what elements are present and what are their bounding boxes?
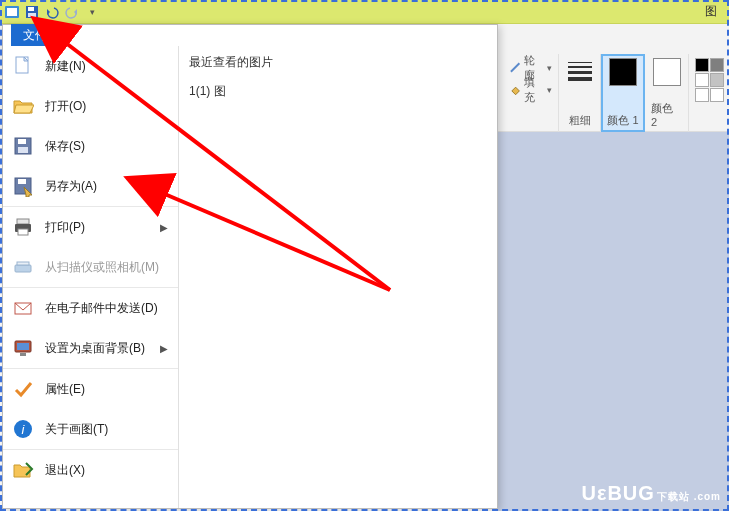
menu-wallpaper-label: 设置为桌面背景(B) <box>45 340 145 357</box>
svg-rect-13 <box>18 229 28 235</box>
menu-save[interactable]: 保存(S) <box>3 126 178 166</box>
window-title: 图 <box>705 3 725 20</box>
menu-print[interactable]: 打印(P) ▶ <box>3 207 178 247</box>
menu-open[interactable]: 打开(O) <box>3 86 178 126</box>
new-file-icon <box>11 54 35 78</box>
qat-dropdown-icon[interactable]: ▾ <box>84 4 100 20</box>
save-icon[interactable] <box>24 4 40 20</box>
svg-rect-1 <box>7 8 17 16</box>
undo-icon[interactable] <box>44 4 60 20</box>
color1-swatch <box>609 58 637 86</box>
menu-email[interactable]: 在电子邮件中发送(D) <box>3 288 178 328</box>
svg-rect-15 <box>17 262 29 265</box>
menu-save-as[interactable]: 另存为(A) ▶ <box>3 166 178 206</box>
color-palette[interactable] <box>695 58 724 102</box>
menu-open-label: 打开(O) <box>45 98 86 115</box>
menu-save-as-label: 另存为(A) <box>45 178 97 195</box>
recent-heading: 最近查看的图片 <box>189 54 487 71</box>
menu-properties[interactable]: 属性(E) <box>3 369 178 409</box>
menu-save-label: 保存(S) <box>45 138 85 155</box>
printer-icon <box>11 215 35 239</box>
ribbon-palette <box>689 54 729 132</box>
ribbon-groups: 轮廓 ▾ 填充 ▾ 粗细 颜色 1 <box>503 24 729 132</box>
open-folder-icon <box>11 94 35 118</box>
svg-rect-3 <box>28 7 34 11</box>
ribbon-color1[interactable]: 颜色 1 <box>601 54 645 132</box>
watermark: UεBUG 下载站 .com <box>581 482 721 505</box>
recent-file-item[interactable]: 1(1) 图 <box>189 79 487 104</box>
thickness-label: 粗细 <box>569 113 591 128</box>
menu-print-label: 打印(P) <box>45 219 85 236</box>
color2-swatch <box>653 58 681 86</box>
ribbon-group-thickness[interactable]: 粗细 <box>559 54 601 132</box>
save-disk-icon <box>11 134 35 158</box>
svg-rect-8 <box>18 147 28 153</box>
file-menu-list: 新建(N) 打开(O) 保存(S) 另存为(A) ▶ 打印(P) ▶ 从扫描仪或… <box>3 46 178 508</box>
ribbon-group-shapes: 轮廓 ▾ 填充 ▾ <box>503 54 559 132</box>
recent-files-panel: 最近查看的图片 1(1) 图 <box>178 46 497 508</box>
watermark-sub: 下载站 .com <box>657 490 721 504</box>
menu-exit-label: 退出(X) <box>45 462 85 479</box>
menu-scanner: 从扫描仪或照相机(M) <box>3 247 178 287</box>
title-bar: ▾ 图 <box>0 0 729 24</box>
menu-email-label: 在电子邮件中发送(D) <box>45 300 158 317</box>
menu-about[interactable]: i 关于画图(T) <box>3 409 178 449</box>
save-as-icon <box>11 174 35 198</box>
file-menu: 文件 新建(N) 打开(O) 保存(S) 另存为(A) ▶ 打印(P) ▶ 从扫… <box>2 24 498 509</box>
menu-exit[interactable]: 退出(X) <box>3 450 178 490</box>
menu-about-label: 关于画图(T) <box>45 421 108 438</box>
fill-dropdown[interactable]: 填充 ▾ <box>509 80 552 100</box>
menu-properties-label: 属性(E) <box>45 381 85 398</box>
watermark-main: UεBUG <box>581 482 654 505</box>
submenu-arrow-icon: ▶ <box>160 181 168 192</box>
redo-icon[interactable] <box>64 4 80 20</box>
menu-new-label: 新建(N) <box>45 58 86 75</box>
email-icon <box>11 296 35 320</box>
chevron-down-icon: ▾ <box>547 63 552 73</box>
svg-rect-19 <box>20 353 26 356</box>
fill-label: 填充 <box>524 75 545 105</box>
color2-label: 颜色 2 <box>651 101 682 128</box>
menu-wallpaper[interactable]: 设置为桌面背景(B) ▶ <box>3 328 178 368</box>
ribbon-color2[interactable]: 颜色 2 <box>645 54 689 132</box>
app-icon <box>4 4 20 20</box>
canvas-area[interactable] <box>498 132 729 511</box>
svg-rect-14 <box>15 265 31 272</box>
menu-scanner-label: 从扫描仪或照相机(M) <box>45 259 159 276</box>
chevron-down-icon: ▾ <box>547 85 552 95</box>
info-icon: i <box>11 417 35 441</box>
desktop-icon <box>11 336 35 360</box>
svg-rect-10 <box>18 179 26 184</box>
scanner-icon <box>11 255 35 279</box>
svg-rect-11 <box>17 219 29 224</box>
exit-icon <box>11 458 35 482</box>
color1-label: 颜色 1 <box>607 113 638 128</box>
submenu-arrow-icon: ▶ <box>160 222 168 233</box>
svg-rect-18 <box>17 343 29 350</box>
svg-rect-4 <box>28 13 36 17</box>
submenu-arrow-icon: ▶ <box>160 343 168 354</box>
file-tab[interactable]: 文件 <box>11 24 59 46</box>
thickness-icon <box>568 58 592 81</box>
menu-new[interactable]: 新建(N) <box>3 46 178 86</box>
svg-rect-7 <box>18 139 26 144</box>
checkmark-icon <box>11 377 35 401</box>
